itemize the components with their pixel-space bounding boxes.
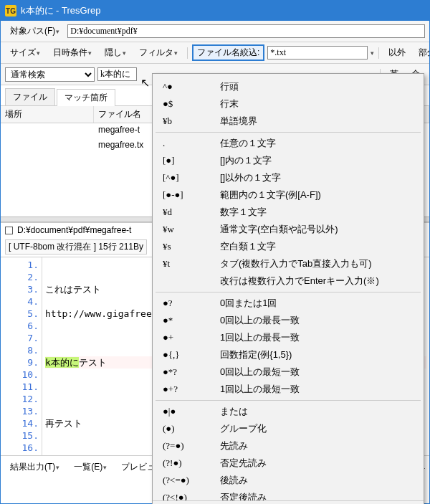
regex-menu-item[interactable]: ●{,}回数指定(例{1,5}) [153, 346, 424, 363]
regex-menu-item[interactable]: (?!●)否定先読み [153, 455, 424, 472]
regex-menu-item[interactable]: [^●][]以外の１文字 [153, 169, 424, 186]
hidden-filter[interactable]: 隠し [100, 44, 131, 61]
size-filter[interactable]: サイズ [5, 44, 45, 61]
regex-menu-item[interactable]: ●+?1回以上の最短一致 [153, 381, 424, 398]
regex-menu-item[interactable]: [●-●]範囲内の１文字(例[A-F]) [153, 186, 424, 204]
regex-menu-item[interactable]: (?<!●)否定後読み [153, 489, 424, 500]
except-button[interactable]: 以外 [383, 44, 411, 61]
regex-menu-item[interactable]: ¥d数字１文字 [153, 204, 424, 221]
regex-menu-item[interactable]: (●)グループ化 [153, 420, 424, 437]
filename-filter-input[interactable] [267, 46, 368, 60]
regex-menu-item[interactable]: (?<=●)後読み [153, 472, 424, 489]
tab-match[interactable]: マッチ箇所 [57, 89, 115, 106]
regex-menu-item[interactable]: ●|●または [153, 403, 424, 420]
regex-menu-item[interactable]: ¥w通常文字(空白類や記号以外) [153, 221, 424, 238]
line-gutter: 1.2.3.4.5.6.7.8.9.10.11.12.13.14.15.16. [1, 257, 42, 455]
search-text-input[interactable] [97, 67, 137, 81]
window-title: k本的に - TresGrep [21, 4, 100, 17]
output-menu[interactable]: 結果出力(T) [5, 459, 64, 475]
file-path: D:¥document¥pdf¥megafree-t [17, 225, 131, 235]
title-bar: TG k本的に - TresGrep [1, 1, 429, 21]
collapse-icon[interactable] [5, 227, 13, 234]
regex-menu-item[interactable]: ¥s空白類１文字 [153, 238, 424, 255]
target-path-label[interactable]: 対象パス(F) [5, 23, 64, 39]
regex-menu-item[interactable]: [●][]内の１文字 [153, 152, 424, 169]
regex-menu-item[interactable]: ●*?0回以上の最短一致 [153, 363, 424, 381]
regex-menu-item[interactable]: ^●行頭 [153, 78, 424, 95]
date-filter[interactable]: 日時条件 [48, 44, 97, 61]
tab-file[interactable]: ファイル [5, 88, 55, 105]
separator [378, 47, 379, 59]
target-path-row: 対象パス(F) [1, 21, 429, 42]
path-input[interactable] [67, 24, 425, 38]
regex-menu-item[interactable]: ●*0回以上の最長一致 [153, 312, 424, 329]
regex-menu-item[interactable]: 改行は複数行入力でEnterキー入力(※) [153, 272, 424, 290]
th-filename[interactable]: ファイル名 [94, 106, 153, 123]
part-button[interactable]: 部分 [414, 44, 430, 61]
search-mode-select[interactable]: 通常検索 [5, 67, 95, 82]
file-info: [ UTF-8bom 改行混在 ] 15行 211By [5, 239, 147, 255]
regex-menu-item[interactable]: ●+1回以上の最長一致 [153, 329, 424, 346]
regex-help-link[interactable]: ? 正規表現検索について(A) [153, 500, 424, 504]
filter-dropdown[interactable]: フィルタ [134, 44, 183, 61]
regex-help-popup: ^●行頭●$行末¥b単語境界.任意の１文字[●][]内の１文字[^●][]以外の… [152, 73, 424, 504]
regex-menu-item[interactable]: ¥b単語境界 [153, 113, 424, 130]
filter-row: サイズ 日時条件 隠し フィルタ ファイル名絞込: ▾ 以外 部分 階層 全 [1, 42, 429, 64]
regex-menu-item[interactable]: ¥tタブ(複数行入力でTab直接入力も可) [153, 255, 424, 272]
separator [187, 47, 188, 59]
filename-filter-label[interactable]: ファイル名絞込: [192, 44, 264, 61]
regex-menu-item[interactable]: .任意の１文字 [153, 135, 424, 152]
regex-menu-item[interactable]: (?=●)先読み [153, 437, 424, 455]
app-icon: TG [5, 5, 16, 16]
list-menu[interactable]: 一覧(E) [69, 459, 112, 475]
th-location[interactable]: 場所 [1, 106, 94, 123]
regex-menu-item[interactable]: ●$行末 [153, 95, 424, 113]
regex-menu-item[interactable]: ●?0回または1回 [153, 295, 424, 312]
